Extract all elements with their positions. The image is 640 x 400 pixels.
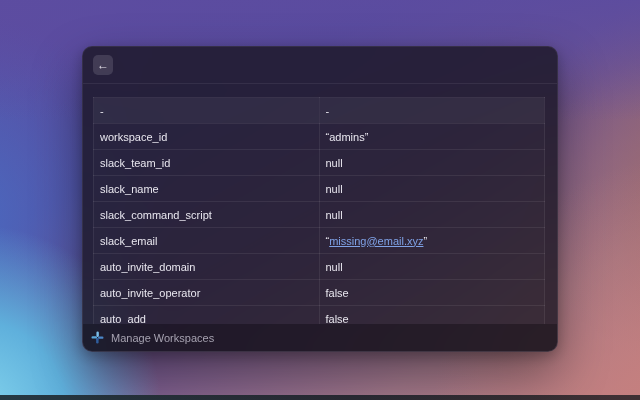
- table-body: workspace_id“admins”slack_team_idnullsla…: [94, 124, 545, 325]
- workspace-settings-table: -- workspace_id“admins”slack_team_idnull…: [93, 97, 545, 324]
- value-text: false: [326, 287, 349, 299]
- footer-label: Manage Workspaces: [111, 332, 214, 344]
- back-arrow-icon: ←: [97, 59, 109, 71]
- email-link[interactable]: missing@email.xyz: [329, 235, 423, 247]
- table-row: workspace_id“admins”: [94, 124, 545, 150]
- table-header-row: --: [94, 98, 545, 124]
- row-key-cell: slack_command_script: [94, 202, 320, 228]
- slack-pinwheel-icon: [91, 331, 104, 344]
- row-value-cell: null: [319, 176, 545, 202]
- value-text: false: [326, 313, 349, 325]
- row-value-cell: false: [319, 306, 545, 325]
- table-row: slack_command_scriptnull: [94, 202, 545, 228]
- table-row: slack_team_idnull: [94, 150, 545, 176]
- row-value-cell: “admins”: [319, 124, 545, 150]
- table-header-cell: -: [94, 98, 320, 124]
- row-key-cell: auto_invite_domain: [94, 254, 320, 280]
- table-row: auto_addfalse: [94, 306, 545, 325]
- value-text: null: [326, 157, 343, 169]
- row-key-cell: slack_team_id: [94, 150, 320, 176]
- row-value-cell: null: [319, 202, 545, 228]
- row-key-cell: auto_add: [94, 306, 320, 325]
- table-row: auto_invite_operatorfalse: [94, 280, 545, 306]
- value-text: null: [326, 261, 343, 273]
- row-key-cell: auto_invite_operator: [94, 280, 320, 306]
- table-row: slack_email“missing@email.xyz”: [94, 228, 545, 254]
- window-footer: Manage Workspaces: [83, 324, 557, 351]
- close-quote: ”: [423, 235, 427, 247]
- screen-bottom-bar: [0, 395, 640, 400]
- row-key-cell: workspace_id: [94, 124, 320, 150]
- row-key-cell: slack_name: [94, 176, 320, 202]
- row-value-cell: null: [319, 150, 545, 176]
- table-header-cell: -: [319, 98, 545, 124]
- table-row: slack_namenull: [94, 176, 545, 202]
- row-value-cell: false: [319, 280, 545, 306]
- manage-workspaces-window: ← -- workspace_id“admins”slack_team_idnu…: [82, 46, 558, 352]
- row-value-cell: “missing@email.xyz”: [319, 228, 545, 254]
- row-value-cell: null: [319, 254, 545, 280]
- value-text: null: [326, 209, 343, 221]
- close-quote: ”: [365, 131, 369, 143]
- window-topbar: ←: [83, 47, 557, 84]
- table-row: auto_invite_domainnull: [94, 254, 545, 280]
- table-container: -- workspace_id“admins”slack_team_idnull…: [83, 84, 557, 324]
- value-text: null: [326, 183, 343, 195]
- desktop-background: ← -- workspace_id“admins”slack_team_idnu…: [0, 0, 640, 400]
- value-text: admins: [329, 131, 364, 143]
- back-button[interactable]: ←: [93, 55, 113, 75]
- row-key-cell: slack_email: [94, 228, 320, 254]
